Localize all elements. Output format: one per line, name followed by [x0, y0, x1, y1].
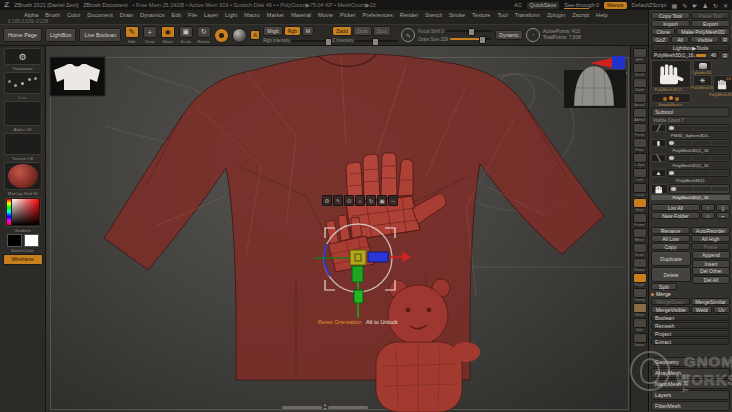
section-geometry[interactable]: Geometry	[651, 357, 730, 367]
gizmo-blue-handle[interactable]	[368, 252, 388, 262]
duplicate-button[interactable]: Duplicate	[651, 251, 691, 266]
gizmo-center-square[interactable]	[350, 250, 366, 265]
subtool-item[interactable]: ▮ PolyMesh3D(1_16	[651, 139, 730, 153]
dynamic-button[interactable]: Dynamic	[495, 30, 522, 40]
sweater-thumbnail[interactable]	[50, 57, 105, 96]
menu-transform[interactable]: Transform	[515, 12, 540, 18]
lightbox-tools-button[interactable]: Lightbox▶Tools	[651, 44, 730, 51]
divider-bar-left[interactable]	[282, 406, 322, 409]
menu-edit[interactable]: Edit	[171, 12, 181, 18]
hue-strip[interactable]	[7, 199, 11, 225]
lsym-button[interactable]: L.Sym	[632, 153, 647, 167]
goz-visible-button[interactable]: Visible	[690, 36, 719, 43]
hand-icon[interactable]: ☛	[692, 2, 697, 9]
gizmo-lock-icon[interactable]: ▣	[377, 195, 387, 206]
current-material-sphere[interactable]	[232, 28, 247, 43]
menu-alpha[interactable]: Alpha	[24, 12, 38, 18]
eye-icon[interactable]	[669, 171, 674, 175]
pen-icon[interactable]: ✎	[682, 2, 687, 9]
color-picker[interactable]	[5, 197, 41, 227]
subtool-item-selected[interactable]: PolyMesh3D(1_16	[651, 184, 730, 200]
wireframe-button[interactable]: Wireframe	[3, 254, 43, 265]
goz-all-button[interactable]: All	[671, 36, 690, 43]
menu-brush[interactable]: Brush	[45, 12, 60, 18]
folder-move-button[interactable]: ⌐	[716, 212, 730, 219]
gizmo-pen-icon[interactable]: ✎	[333, 195, 343, 206]
current-brush-thumbnail[interactable]: ⚙	[4, 48, 42, 65]
floor-button[interactable]: Floor	[632, 138, 647, 152]
goz-button[interactable]: GoZ	[651, 36, 670, 43]
menu-render[interactable]: Render	[400, 12, 418, 18]
edit-mode-button[interactable]: ✎ Edit	[124, 26, 139, 44]
rotate-mode-button[interactable]: ↻ Rotate	[196, 26, 211, 44]
menu-file[interactable]: File	[188, 12, 197, 18]
document-canvas[interactable]: ⚙ ✎ ⊙ ⌂ ↻ ▣ ─ Reset Orientation Alt to U…	[46, 46, 630, 412]
gizmo-green-handle[interactable]	[352, 266, 363, 282]
eye-icon[interactable]	[669, 156, 674, 160]
grey-button[interactable]: Grey	[632, 198, 647, 212]
active-tool-thumbnail[interactable]	[651, 60, 691, 88]
local-button[interactable]: Local	[632, 183, 647, 197]
zcut-button[interactable]: Zcut	[373, 26, 391, 36]
draw-size-slider[interactable]: Draw Size 339	[418, 36, 492, 43]
make-polymesh3d-button[interactable]: Make PolyMesh3D	[676, 28, 730, 35]
folder-icon-button[interactable]: ▱	[701, 212, 715, 219]
sync-icon[interactable]: ↻	[713, 2, 718, 9]
menu-color[interactable]: Color	[67, 12, 80, 18]
menu-help[interactable]: Help	[596, 12, 608, 18]
gizmo-target-icon[interactable]: ⊙	[344, 195, 354, 206]
autoreorder-button[interactable]: AutoReorder	[691, 227, 730, 234]
export-button[interactable]: Export	[691, 20, 730, 27]
move-mode-button[interactable]: ◉ Move	[160, 26, 175, 44]
close-window-button[interactable]: ✕	[723, 2, 728, 9]
live-boolean-button[interactable]: Live Boolean	[79, 28, 121, 42]
scroll-button[interactable]: Scroll	[632, 63, 647, 77]
aahalf-button[interactable]: AAHalf	[632, 108, 647, 122]
user-icon[interactable]: ♟	[703, 2, 708, 9]
menu-preferences[interactable]: Preferences	[363, 12, 393, 18]
current-stroke-thumbnail[interactable]	[4, 72, 42, 94]
remesh-button[interactable]: Remesh	[651, 322, 730, 329]
tool-r-button[interactable]: R	[720, 52, 730, 59]
clone-button[interactable]: Clone	[651, 28, 675, 35]
paste-tool-button[interactable]: Paste Tool	[691, 12, 730, 19]
rotate-nav-button[interactable]: Rotate	[632, 258, 647, 272]
section-nanomesh[interactable]: NanoMesh	[651, 379, 730, 389]
polymesh3d-hand-thumbnail[interactable]: 24	[713, 75, 732, 93]
m-button[interactable]: M	[302, 26, 314, 36]
menu-zscript[interactable]: Zscript	[572, 12, 589, 18]
tool-name-slider[interactable]: PolyMesh3D(1_16.. 48	[651, 52, 719, 59]
del-other-button[interactable]: Del Other	[692, 267, 730, 275]
move-nav-button[interactable]: Move	[632, 228, 647, 242]
rgb-button[interactable]: Rgb	[284, 26, 301, 36]
bpr-button[interactable]: BPR	[632, 48, 647, 62]
zsub-button[interactable]: Zsub	[353, 26, 372, 36]
gizmo-green-handle-2[interactable]	[354, 290, 363, 303]
persp-button[interactable]: Persp	[632, 123, 647, 137]
subtool-header[interactable]: Subtool	[651, 107, 730, 117]
menu-material[interactable]: Material	[291, 12, 311, 18]
main-color-swatch[interactable]	[7, 234, 22, 247]
mergedown-button[interactable]: MergeDown	[651, 298, 690, 305]
list-all-button[interactable]: List All	[651, 204, 700, 211]
draw-mode-button[interactable]: + Draw	[142, 26, 157, 44]
transp-button[interactable]: Transp	[632, 288, 647, 302]
copy-subtool-button[interactable]: Copy	[651, 243, 690, 250]
menu-stencil[interactable]: Stencil	[425, 12, 442, 18]
eye-icon[interactable]	[669, 141, 674, 145]
merge-section-header[interactable]: Merge	[651, 291, 730, 297]
menu-document[interactable]: Document	[87, 12, 113, 18]
gizmo-reset-icon[interactable]: ↻	[366, 195, 376, 206]
extract-button[interactable]: Extract	[651, 338, 730, 345]
project-button[interactable]: Project	[651, 330, 730, 337]
menu-marker[interactable]: Marker	[267, 12, 284, 18]
tablet-icon[interactable]: ▦	[671, 2, 677, 9]
current-material-thumbnail[interactable]	[4, 162, 42, 190]
section-layers[interactable]: Layers	[651, 390, 730, 400]
canvas-divider-handle[interactable]: ▴▾	[282, 403, 368, 411]
rgb-intensity-slider[interactable]: Rgb Intensity	[263, 37, 329, 44]
menus-button[interactable]: Menus	[604, 2, 627, 9]
menu-dynamics[interactable]: Dynamics	[140, 12, 165, 18]
append-button[interactable]: Append	[692, 251, 730, 259]
delete-button[interactable]: Delete	[651, 267, 691, 282]
